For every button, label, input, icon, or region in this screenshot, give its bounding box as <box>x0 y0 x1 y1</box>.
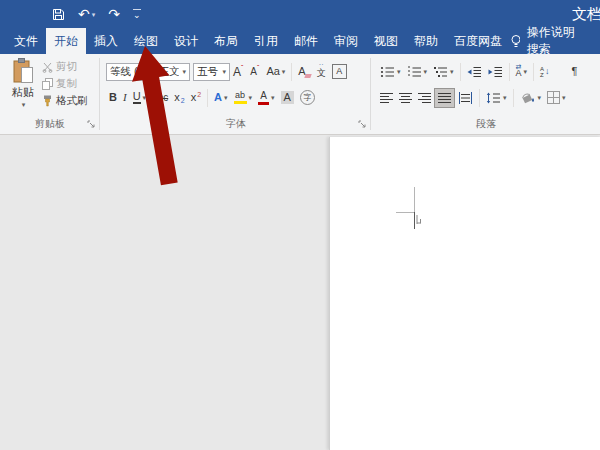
clipboard-group-label: 剪贴板 <box>0 117 100 131</box>
redo-button[interactable]: ↷ <box>108 7 120 21</box>
tab-view[interactable]: 视图 <box>366 28 406 54</box>
tell-me-search[interactable]: 操作说明搜索 <box>510 28 600 54</box>
margin-crop-mark-vertical <box>414 187 415 213</box>
chevron-down-icon: ▾ <box>538 94 542 101</box>
tab-review[interactable]: 审阅 <box>326 28 366 54</box>
document-area[interactable] <box>0 135 600 450</box>
scissors-icon <box>42 62 53 73</box>
copy-icon <box>42 78 53 90</box>
tab-home[interactable]: 开始 <box>46 28 86 54</box>
underline-button[interactable]: U ▾ <box>130 88 149 108</box>
asian-layout-button[interactable]: ⇄A ▾ <box>513 62 531 82</box>
show-hide-marks-button[interactable]: ¶ <box>569 62 581 82</box>
document-page[interactable] <box>329 137 600 450</box>
paste-label: 粘贴 <box>12 85 34 100</box>
paragraph-group-label: 段落 <box>372 117 600 131</box>
chevron-down-icon: ▾ <box>179 68 186 76</box>
justify-button[interactable] <box>434 88 455 108</box>
paragraph-mark-icon <box>416 214 423 225</box>
tab-draw[interactable]: 绘图 <box>126 28 166 54</box>
grow-font-button[interactable]: Aˆ <box>230 62 247 82</box>
increase-indent-button[interactable] <box>485 62 506 82</box>
align-right-button[interactable] <box>415 88 434 108</box>
tab-help[interactable]: 帮助 <box>406 28 446 54</box>
align-left-button[interactable] <box>377 88 396 108</box>
tab-baidu-netdisk[interactable]: 百度网盘 <box>446 28 510 54</box>
font-size-combobox[interactable]: 五号 ▾ <box>193 63 230 81</box>
phonetic-guide-button[interactable]: ˊˋ文 <box>314 62 329 82</box>
tab-insert[interactable]: 插入 <box>86 28 126 54</box>
borders-grid-icon <box>547 91 560 104</box>
decrease-indent-button[interactable] <box>464 62 485 82</box>
character-shading-button[interactable]: A <box>278 88 297 108</box>
enclose-characters-button[interactable]: 字 <box>297 88 318 108</box>
chevron-down-icon: ▾ <box>219 68 226 76</box>
tab-layout[interactable]: 布局 <box>206 28 246 54</box>
paragraph-row-2: ▾ ▾ <box>377 87 569 108</box>
undo-button[interactable]: ↶ ▾ <box>78 7 95 21</box>
decrease-indent-icon <box>467 66 482 78</box>
character-border-button[interactable]: A <box>329 62 350 82</box>
tab-design[interactable]: 设计 <box>166 28 206 54</box>
borders-button[interactable]: ▾ <box>544 88 569 108</box>
shrink-font-button[interactable]: Aˇ <box>247 62 263 82</box>
chevron-down-icon: ▾ <box>562 94 566 101</box>
bullets-button[interactable]: ▾ <box>377 62 404 82</box>
lightbulb-icon <box>510 34 520 49</box>
numbering-button[interactable]: ▾ <box>404 62 431 82</box>
cut-button[interactable]: 剪切 <box>42 60 88 74</box>
text-effects-button[interactable]: A ▾ <box>211 88 230 108</box>
italic-button[interactable]: I <box>120 88 130 108</box>
align-right-icon <box>418 92 431 104</box>
chevron-down-icon: ▾ <box>22 101 26 109</box>
bold-button[interactable]: B <box>106 88 120 108</box>
subscript-button[interactable]: x2 <box>171 88 187 108</box>
group-separator <box>370 58 371 130</box>
paint-bucket-icon <box>520 91 536 104</box>
sort-arrow-icon: ↓ <box>545 67 550 76</box>
multilevel-list-icon <box>433 66 448 78</box>
pilcrow-icon: ¶ <box>572 66 578 77</box>
align-center-icon <box>399 92 412 104</box>
chevron-down-icon[interactable]: ▾ <box>92 11 96 18</box>
font-group: 等线 (中文正文) ▾ 五号 ▾ Aˆ Aˇ Aa ▾ <box>101 54 371 134</box>
multilevel-list-button[interactable]: ▾ <box>430 62 457 82</box>
align-center-button[interactable] <box>396 88 415 108</box>
separator <box>291 63 292 81</box>
clipboard-mini-buttons: 剪切 复制 格式刷 <box>42 60 88 108</box>
copy-label: 复制 <box>56 77 77 91</box>
tab-mailings[interactable]: 邮件 <box>286 28 326 54</box>
clear-formatting-button[interactable]: A <box>295 62 313 82</box>
change-case-button[interactable]: Aa ▾ <box>263 62 288 82</box>
quick-access-toolbar: ↶ ▾ ↷ ⌄ <box>52 4 141 24</box>
customize-qat-button[interactable]: ⌄ <box>133 9 141 20</box>
chevron-down-icon: ▾ <box>224 94 228 101</box>
save-button[interactable] <box>52 8 65 21</box>
paste-button[interactable]: 粘贴 ▾ <box>6 58 40 109</box>
up-mark-icon: ˆ <box>241 64 243 71</box>
separator <box>533 63 534 81</box>
font-color-button[interactable]: A ▾ <box>255 88 278 108</box>
tab-file[interactable]: 文件 <box>6 28 46 54</box>
line-spacing-icon <box>486 92 501 104</box>
bullet-list-icon <box>380 66 395 78</box>
font-dialog-launcher[interactable] <box>358 120 367 129</box>
distribute-button[interactable] <box>455 88 476 108</box>
clipboard-group: 粘贴 ▾ 剪切 复制 <box>0 54 100 134</box>
font-name-combobox[interactable]: 等线 (中文正文) ▾ <box>106 63 190 81</box>
highlight-color-bar <box>234 101 247 104</box>
strikethrough-button[interactable]: abc <box>149 88 171 108</box>
tab-references[interactable]: 引用 <box>246 28 286 54</box>
separator <box>509 63 510 81</box>
superscript-button[interactable]: x2 <box>188 88 204 108</box>
line-spacing-button[interactable]: ▾ <box>483 88 510 108</box>
clipboard-dialog-launcher[interactable] <box>87 120 96 129</box>
format-painter-button[interactable]: 格式刷 <box>42 94 88 108</box>
text-highlight-button[interactable]: ab ▾ <box>231 88 256 108</box>
format-painter-icon <box>42 95 53 107</box>
sort-button[interactable]: AZ ↓ <box>537 62 553 82</box>
shading-button[interactable]: ▾ <box>517 88 545 108</box>
align-left-icon <box>380 92 393 104</box>
title-bar: ↶ ▾ ↷ ⌄ 文档 <box>0 0 600 28</box>
copy-button[interactable]: 复制 <box>42 77 88 91</box>
